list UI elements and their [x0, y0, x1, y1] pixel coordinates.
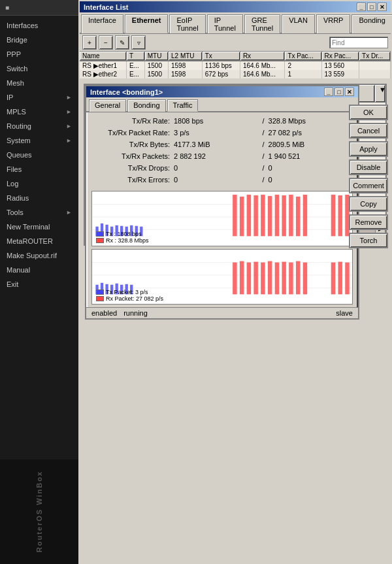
tab-vlan[interactable]: VLAN — [282, 14, 315, 33]
cancel-button[interactable]: Cancel — [349, 123, 388, 139]
chart2-rx-color-box — [96, 296, 104, 301]
close-button[interactable]: ✕ — [378, 3, 387, 11]
col-tx-dr[interactable]: Tx Dr... — [359, 52, 391, 61]
bonding-tab-traffic[interactable]: Traffic — [167, 99, 199, 112]
sidebar-item-queues[interactable]: Queues — [0, 148, 78, 162]
col-scroll: ▼ — [375, 85, 385, 102]
bonding-window-controls: _ □ ✕ — [324, 88, 354, 96]
svg-rect-15 — [247, 195, 251, 236]
cell-l2mtu: 1598 — [169, 70, 203, 78]
bonding-minimize-button[interactable]: _ — [324, 88, 333, 96]
svg-rect-49 — [331, 263, 335, 295]
svg-rect-48 — [303, 263, 307, 295]
sidebar-item-new-terminal[interactable]: New Terminal — [0, 220, 78, 234]
tx-rx-rate-tx: 1808 bps — [174, 117, 258, 125]
sidebar-item-tools[interactable]: Tools ► — [0, 205, 78, 220]
cell-mtu: 1500 — [144, 70, 168, 78]
status-enabled: enabled — [91, 309, 117, 317]
col-name[interactable]: Name — [80, 52, 126, 61]
tab-gre-tunnel[interactable]: GRE Tunnel — [244, 14, 280, 33]
sidebar-label-log: Log — [7, 180, 18, 188]
remove-button[interactable]: Remove — [349, 214, 388, 230]
col-l2mtu[interactable]: L2 MTU — [169, 52, 203, 61]
col-rx[interactable]: Rx — [240, 52, 284, 61]
sidebar-item-files[interactable]: Files — [0, 162, 78, 176]
sidebar-logo: ■ — [0, 0, 78, 16]
filter-button[interactable]: ▿ — [131, 35, 146, 50]
tab-vrrp[interactable]: VRRP — [316, 14, 351, 33]
sidebar-label-ppp: PPP — [7, 50, 21, 58]
rx-color-box — [96, 238, 104, 243]
tab-eoip-tunnel[interactable]: EoIP Tunnel — [169, 14, 205, 33]
comment-button[interactable]: Comment — [349, 178, 388, 193]
sidebar-item-manual[interactable]: Manual — [0, 263, 78, 277]
svg-rect-46 — [289, 263, 293, 295]
svg-rect-14 — [240, 197, 244, 237]
col-tx[interactable]: Tx — [202, 52, 240, 61]
sidebar-item-log[interactable]: Log — [0, 176, 78, 191]
svg-rect-43 — [268, 261, 272, 295]
sidebar-label-queues: Queues — [7, 151, 32, 159]
torch-button[interactable]: Torch — [349, 233, 388, 248]
disable-button[interactable]: Disable — [349, 159, 388, 175]
cell-tx-dr — [359, 61, 391, 70]
tab-ip-tunnel[interactable]: IP Tunnel — [207, 14, 243, 33]
col-tx-pac[interactable]: Tx Pac... — [285, 52, 321, 61]
add-button[interactable]: + — [82, 35, 97, 50]
svg-rect-45 — [282, 262, 286, 295]
routing-arrow-icon: ► — [66, 123, 72, 129]
svg-rect-16 — [253, 195, 257, 236]
bonding-tab-bonding[interactable]: Bonding — [127, 99, 165, 112]
sidebar-item-ip[interactable]: IP ► — [0, 90, 78, 105]
cell-tx-pac: 2 — [285, 61, 321, 70]
tx-rx-errors-rx: 0 — [269, 176, 353, 184]
svg-rect-18 — [268, 196, 272, 237]
cell-name: RS ▶ether1 — [80, 61, 126, 70]
sidebar-label-system: System — [7, 137, 31, 144]
tx-rx-errors-label: Tx/Rx Errors: — [91, 176, 170, 184]
interface-table-container: Name T MTU L2 MTU Tx Rx Tx Pac... Rx Pac… — [80, 52, 391, 78]
sidebar-item-exit[interactable]: Exit — [0, 277, 78, 291]
bonding-tab-general[interactable]: General — [89, 99, 126, 112]
tab-interface[interactable]: Interface — [81, 14, 123, 33]
remove-toolbar-button[interactable]: − — [99, 35, 113, 50]
tab-ethernet[interactable]: Ethernet — [125, 14, 169, 33]
bonding-maximize-button[interactable]: □ — [335, 88, 344, 96]
sidebar: ■ Interfaces Bridge PPP Switch Mesh IP ►… — [0, 0, 78, 564]
tab-bonding[interactable]: Bonding — [351, 14, 392, 33]
col-mtu[interactable]: MTU — [144, 52, 168, 61]
bytes-divider: / — [262, 141, 264, 148]
bonding-title: Interface <bonding1> — [90, 88, 163, 96]
interface-list-toolbar: + − ✎ ▿ — [80, 34, 391, 52]
sidebar-label-mpls: MPLS — [7, 108, 26, 116]
svg-rect-19 — [275, 195, 279, 236]
apply-button[interactable]: Apply — [349, 141, 388, 157]
copy-button[interactable]: Copy — [349, 196, 388, 212]
col-type[interactable]: T — [126, 52, 144, 61]
svg-rect-39 — [240, 261, 244, 295]
sidebar-item-bridge[interactable]: Bridge — [0, 33, 78, 47]
sidebar-item-radius[interactable]: Radius — [0, 191, 78, 205]
sidebar-item-system[interactable]: System ► — [0, 133, 78, 148]
tx-rx-drops-label: Tx/Rx Drops: — [91, 164, 170, 172]
cell-type: E... — [126, 61, 144, 70]
edit-button[interactable]: ✎ — [115, 35, 129, 50]
maximize-button[interactable]: □ — [367, 3, 376, 11]
ok-button[interactable]: OK — [349, 105, 388, 120]
sidebar-item-mpls[interactable]: MPLS ► — [0, 105, 78, 119]
bonding-window: Interface <bonding1> _ □ ✕ General Bondi… — [85, 85, 359, 320]
sidebar-item-interfaces[interactable]: Interfaces — [0, 18, 78, 33]
sidebar-item-metarouter[interactable]: MetaROUTER — [0, 234, 78, 248]
sidebar-item-routing[interactable]: Routing ► — [0, 119, 78, 133]
bonding-close-button[interactable]: ✕ — [345, 88, 354, 96]
col-rx-pac[interactable]: Rx Pac... — [321, 52, 359, 61]
sidebar-item-mesh[interactable]: Mesh — [0, 76, 78, 90]
sidebar-item-ppp[interactable]: PPP — [0, 47, 78, 61]
table-row[interactable]: RS ▶ether2 E... 1500 1598 672 bps 164.6 … — [80, 70, 391, 78]
search-input[interactable] — [329, 37, 388, 48]
sidebar-item-make-supout[interactable]: Make Supout.rif — [0, 248, 78, 263]
table-row[interactable]: RS ▶ether1 E... 1500 1598 1136 bps 164.6… — [80, 61, 391, 70]
cell-name: RS ▶ether2 — [80, 70, 126, 78]
minimize-button[interactable]: _ — [357, 3, 366, 11]
sidebar-item-switch[interactable]: Switch — [0, 61, 78, 76]
